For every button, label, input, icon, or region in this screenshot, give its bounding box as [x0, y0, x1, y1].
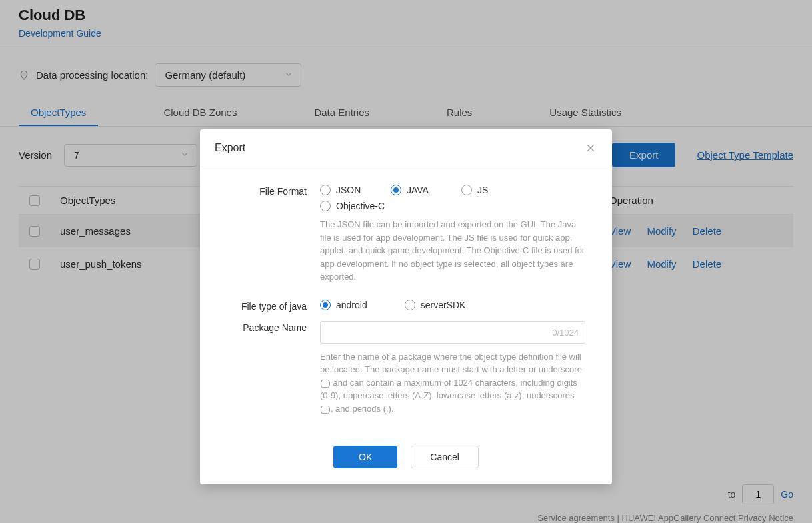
radio-icon [320, 201, 331, 211]
radio-java[interactable]: JAVA [391, 185, 437, 195]
modal-body: File Format JSON JAVA JS [200, 167, 612, 438]
package-name-input[interactable] [320, 321, 585, 344]
cancel-button[interactable]: Cancel [411, 446, 479, 468]
package-name-label: Package Name [227, 321, 320, 333]
radio-json[interactable]: JSON [320, 185, 367, 195]
radio-label: serverSDK [421, 300, 466, 310]
file-format-help: The JSON file can be imported and export… [320, 218, 585, 284]
package-name-row: Package Name 0/1024 Enter the name of a … [227, 321, 585, 425]
file-format-radios: JSON JAVA JS Objective-C [320, 185, 585, 211]
java-type-label: File type of java [227, 300, 320, 312]
radio-serversdk[interactable]: serverSDK [405, 300, 466, 310]
radio-android[interactable]: android [320, 300, 367, 310]
radio-icon [405, 300, 415, 310]
file-format-row: File Format JSON JAVA JS [227, 185, 585, 293]
radio-icon [391, 185, 401, 195]
radio-js[interactable]: JS [461, 185, 508, 195]
modal-header: Export [200, 129, 612, 167]
java-type-row: File type of java android serverSDK [227, 300, 585, 312]
radio-label: JSON [336, 185, 361, 195]
package-name-help: Enter the name of a package where the ob… [320, 350, 585, 416]
radio-label: android [336, 300, 367, 310]
char-counter: 0/1024 [552, 327, 579, 337]
modal-overlay: Export File Format JSON JAVA [0, 0, 812, 523]
file-format-label: File Format [227, 185, 320, 197]
radio-label: JAVA [407, 185, 429, 195]
ok-button[interactable]: OK [333, 446, 397, 468]
modal-title: Export [215, 142, 245, 154]
close-icon[interactable] [584, 141, 597, 155]
radio-icon [320, 300, 331, 310]
radio-label: JS [477, 185, 488, 195]
radio-objc[interactable]: Objective-C [320, 201, 585, 211]
radio-icon [320, 185, 331, 195]
radio-label: Objective-C [336, 201, 385, 211]
java-type-radios: android serverSDK [320, 300, 585, 310]
radio-icon [461, 185, 472, 195]
modal-footer: OK Cancel [200, 438, 612, 484]
export-modal: Export File Format JSON JAVA [200, 129, 612, 484]
